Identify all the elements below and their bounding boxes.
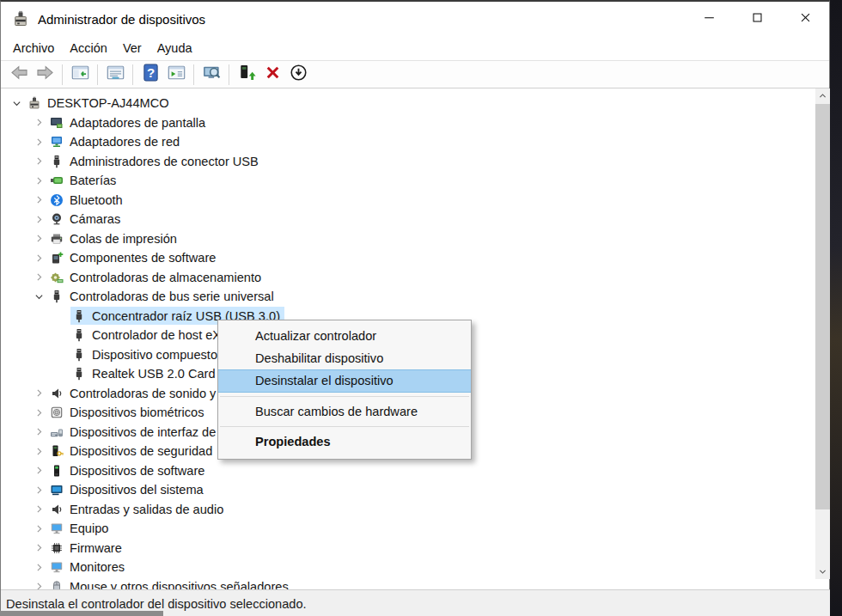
tree-item-body[interactable]: Adaptadores de pantalla [48,113,210,131]
tree-item-monitores[interactable]: Monitores [2,558,815,577]
tree-item-firmware[interactable]: Firmware [2,539,815,558]
chevron-right-icon[interactable] [29,444,48,458]
tree-item-label: Colas de impresión [70,232,177,246]
close-button[interactable] [781,2,829,36]
chevron-right-icon[interactable] [29,232,48,246]
tree-item-camaras[interactable]: Cámaras [2,210,815,229]
chevron-right-icon[interactable] [29,503,48,516]
chevron-right-icon[interactable] [29,521,48,535]
disable-device-button[interactable] [285,63,311,87]
chevron-right-icon[interactable] [29,425,48,439]
chevron-right-icon[interactable] [29,135,48,149]
software-device-icon [50,464,64,478]
tree-item-componentes-de-software[interactable]: Componentes de software [2,248,815,268]
tree-item-body[interactable]: Colas de impresión [48,229,181,247]
properties-button[interactable] [102,63,128,87]
monitor-icon [50,521,64,535]
uninstall-device-button[interactable] [259,63,285,87]
tree-item-equipo[interactable]: Equipo [2,519,815,539]
context-menu-item-deshabilitar-dispositivo[interactable]: Deshabilitar dispositivo [218,347,471,369]
chevron-right-icon[interactable] [29,212,48,226]
tree-item-baterias[interactable]: Baterías [2,171,815,191]
usb-icon [72,367,86,381]
chevron-right-icon[interactable] [29,541,48,555]
tree-item-body[interactable]: Administradores de conector USB [48,152,263,170]
tree-item-body[interactable]: Dispositivos de software [48,461,209,479]
tree-item-desktop-aj44mco[interactable]: DESKTOP-AJ44MCO [2,94,815,113]
tree-item-body[interactable]: Componentes de software [48,249,220,267]
console-tree-button[interactable] [67,63,93,87]
chevron-right-icon[interactable] [29,155,48,168]
tree-item-body[interactable]: Dispositivos de interfaz de [48,423,220,441]
audio-icon [50,387,64,400]
tree-item-body[interactable]: Controladoras de almacenamiento [48,268,265,286]
tree-item-body[interactable]: Entradas y salidas de audio [48,500,228,518]
biometric-icon [50,406,64,419]
tree-item-body[interactable]: Controladoras de sonido y [48,384,220,402]
tree-item-body[interactable]: DESKTOP-AJ44MCO [26,95,174,113]
camera-icon [50,212,64,226]
tree-item-body[interactable]: Adaptadores de red [48,133,184,151]
chevron-right-icon[interactable] [29,483,48,497]
scroll-down-button[interactable] [815,564,830,579]
chevron-right-icon[interactable] [29,406,48,419]
tree-item-body[interactable]: Realtek USB 2.0 Card R [70,365,232,383]
tree-item-label: Dispositivo compuesto [92,348,217,362]
chevron-right-icon[interactable] [29,116,48,130]
chevron-right-icon[interactable] [29,271,48,284]
chevron-right-icon[interactable] [29,193,48,207]
vertical-scrollbar[interactable] [815,88,830,579]
tree-item-controladoras-de-bus-serie-universal[interactable]: Controladoras de bus serie universal [2,287,815,307]
tree-item-mouse-y-otros-dispositivos-senaladores[interactable]: Mouse y otros dispositivos señaladores [2,577,815,591]
tree-item-body[interactable]: Controlador de host eX [70,326,225,345]
action-pane-button[interactable] [163,63,189,87]
tree-item-body[interactable]: Equipo [48,520,113,538]
tree-item-body[interactable]: Baterías [48,172,120,190]
tree-item-colas-de-impresion[interactable]: Colas de impresión [2,229,815,249]
tree-item-body[interactable]: Dispositivos biométricos [48,404,209,422]
minimize-button[interactable] [685,2,733,36]
menubar-item-archivo[interactable]: Archivo [5,36,62,60]
update-driver-button[interactable] [234,63,259,87]
tree-item-entradas-y-salidas-de-audio[interactable]: Entradas y salidas de audio [2,500,815,520]
tree-item-body[interactable]: Monitores [48,558,129,576]
tree-item-body[interactable]: Bluetooth [48,191,127,209]
context-menu-item-desinstalar-el-dispositivo[interactable]: Desinstalar el dispositivo [218,369,471,393]
close-icon [798,10,813,28]
chevron-right-icon[interactable] [29,387,48,400]
tree-item-adaptadores-de-red[interactable]: Adaptadores de red [2,132,815,152]
context-menu-item-buscar-cambios-de-hardware[interactable]: Buscar cambios de hardware [218,400,471,423]
tree-item-body[interactable]: Dispositivo compuesto [70,345,222,363]
tree-item-controladoras-de-almacenamiento[interactable]: Controladoras de almacenamiento [2,268,815,288]
tree-item-body[interactable]: Firmware [48,539,126,557]
back-button[interactable] [6,63,32,87]
tree-item-bluetooth[interactable]: Bluetooth [2,191,815,210]
context-menu-item-propiedades[interactable]: Propiedades [218,430,471,454]
tree-item-body[interactable]: Dispositivos de seguridad [48,442,217,460]
tree-item-administradores-de-conector-usb[interactable]: Administradores de conector USB [2,152,815,172]
tree-item-body[interactable]: Dispositivos del sistema [48,481,208,499]
tree-item-body[interactable]: Controladoras de bus serie universal [48,288,278,306]
context-menu-item-actualizar-controlador[interactable]: Actualizar controlador [218,325,471,347]
scroll-up-button[interactable] [815,88,830,103]
tree-item-dispositivos-del-sistema[interactable]: Dispositivos del sistema [2,480,815,500]
forward-button[interactable] [32,63,58,87]
maximize-button[interactable] [733,2,781,36]
tree-item-body[interactable]: Cámaras [48,210,125,229]
chevron-right-icon[interactable] [29,560,48,574]
menubar-item-ayuda[interactable]: Ayuda [149,36,200,60]
tree-item-adaptadores-de-pantalla[interactable]: Adaptadores de pantalla [2,113,815,133]
menu-bar: ArchivoAcciónVerAyuda [1,36,829,60]
tree-item-body[interactable]: Mouse y otros dispositivos señaladores [48,577,293,590]
chevron-right-icon[interactable] [29,464,48,478]
chevron-right-icon[interactable] [29,251,48,265]
scan-hardware-button[interactable] [198,63,224,87]
chevron-right-icon[interactable] [29,174,48,187]
chevron-expanded-icon[interactable] [7,96,26,110]
scrollbar-thumb[interactable] [815,104,830,509]
help-button[interactable]: ? [137,63,163,87]
chevron-expanded-icon[interactable] [29,290,48,303]
menubar-item-ver[interactable]: Ver [115,36,149,60]
menubar-item-accion[interactable]: Acción [62,36,115,60]
tree-item-dispositivos-de-software[interactable]: Dispositivos de software [2,461,815,481]
